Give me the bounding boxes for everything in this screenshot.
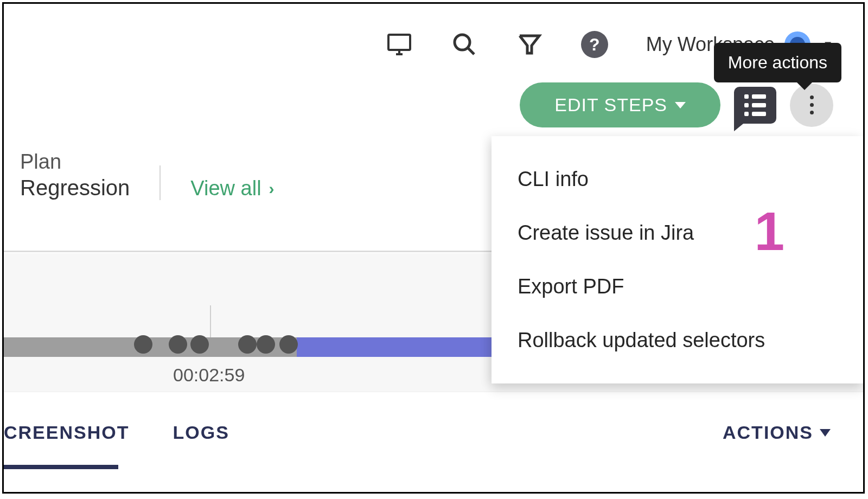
timeline-marker[interactable] xyxy=(238,335,257,354)
edit-steps-button[interactable]: EDIT STEPS xyxy=(520,82,720,127)
timeline-marker[interactable] xyxy=(279,335,298,354)
menu-item-cli-info[interactable]: CLI info xyxy=(492,152,863,206)
menu-item-create-jira[interactable]: Create issue in Jira xyxy=(492,206,863,260)
actions-label: ACTIONS xyxy=(723,422,813,443)
more-actions-menu: CLI info Create issue in Jira Export PDF… xyxy=(492,136,863,383)
plan-info: Plan Regression View all › xyxy=(20,150,275,200)
svg-point-3 xyxy=(455,35,470,50)
timeline-marker[interactable] xyxy=(169,335,187,354)
comments-button[interactable] xyxy=(734,87,776,124)
toolbar-row-2: EDIT STEPS xyxy=(520,82,833,127)
chevron-right-icon: › xyxy=(269,180,275,198)
tabs-row: CREENSHOT LOGS ACTIONS xyxy=(4,392,863,473)
help-icon[interactable]: ? xyxy=(581,31,608,58)
tab-screenshot[interactable]: CREENSHOT xyxy=(4,422,151,443)
vertical-separator xyxy=(159,165,161,200)
more-actions-tooltip: More actions xyxy=(714,43,841,82)
timeline-marker[interactable] xyxy=(190,335,209,354)
menu-item-rollback-selectors[interactable]: Rollback updated selectors xyxy=(492,314,863,367)
actions-dropdown[interactable]: ACTIONS xyxy=(723,422,831,443)
display-icon[interactable] xyxy=(386,31,413,58)
timeline-time-label: 00:02:59 xyxy=(173,364,245,386)
chevron-down-icon xyxy=(675,102,686,108)
plan-value: Regression xyxy=(20,176,130,200)
app-window: ? My Workspace ▼ More actions EDIT STEPS xyxy=(2,2,865,494)
plan-column: Plan Regression xyxy=(20,150,130,200)
timeline-marker[interactable] xyxy=(134,335,152,354)
search-icon[interactable] xyxy=(451,31,478,58)
timeline-marker[interactable] xyxy=(257,335,275,354)
menu-item-export-pdf[interactable]: Export PDF xyxy=(492,260,863,314)
plan-label: Plan xyxy=(20,150,130,174)
list-icon xyxy=(744,94,766,116)
svg-line-4 xyxy=(468,48,474,54)
filter-icon[interactable] xyxy=(516,31,543,58)
svg-rect-0 xyxy=(388,35,410,50)
annotation-1: 1 xyxy=(754,200,784,263)
chevron-down-icon xyxy=(820,429,831,437)
view-all-label: View all xyxy=(190,177,261,200)
view-all-link[interactable]: View all › xyxy=(190,177,274,200)
tab-logs[interactable]: LOGS xyxy=(151,422,251,443)
edit-steps-label: EDIT STEPS xyxy=(554,94,667,116)
